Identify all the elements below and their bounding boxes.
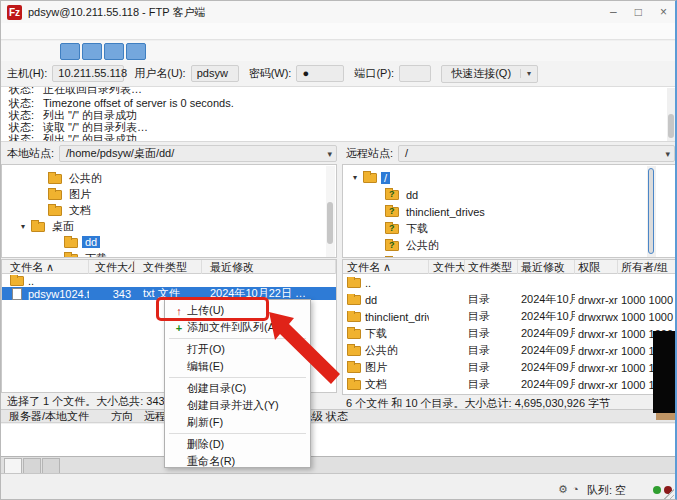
column-header-filesize[interactable]: 文件大小 bbox=[429, 260, 465, 274]
directory-compare-button[interactable] bbox=[300, 43, 320, 60]
remote-tree-item[interactable]: dd bbox=[343, 186, 677, 203]
图片[interactable]: 图片 目录 2024年09月2... drwxr-xr-x 1000 1000 bbox=[343, 359, 677, 376]
tree-item-label: thinclient_drives bbox=[403, 206, 488, 218]
menu-item-label: 创建目录(C) bbox=[187, 381, 246, 396]
queue-column-header[interactable]: 方向 bbox=[111, 410, 133, 423]
title-bar: Fz pdsyw@10.211.55.118 - FTP 客户端 – □ × bbox=[1, 1, 675, 23]
remote-site-label: 远程站点: bbox=[346, 146, 393, 161]
menu-file[interactable] bbox=[6, 30, 22, 32]
remote-tree-pane: ▾ / dd thinclient_drives 下载 bbox=[342, 164, 677, 258]
cancel-button[interactable] bbox=[202, 43, 222, 60]
remote-tree-item[interactable]: 公共的 bbox=[343, 237, 677, 254]
process-queue-button[interactable] bbox=[180, 43, 200, 60]
remote-tree-item[interactable]: 下载 bbox=[343, 220, 677, 237]
文档[interactable]: 文档 目录 2024年09月2... drwxr-xr-x 1000 1000 bbox=[343, 376, 677, 393]
column-header-filename[interactable]: 文件名 ∧ bbox=[343, 260, 429, 274]
column-header-filetype[interactable]: 文件类型 bbox=[465, 260, 518, 274]
local-tree-scrollbar[interactable] bbox=[326, 166, 335, 258]
remote-tree-item[interactable]: 图片 bbox=[343, 254, 677, 258]
local-tree-item[interactable]: 文档 bbox=[2, 202, 336, 218]
queue-clock-icon[interactable]: ◔ bbox=[572, 483, 579, 495]
column-header-filetype[interactable]: 文件类型 bbox=[135, 260, 202, 274]
menu-item-edit[interactable]: 编辑(E) bbox=[165, 358, 310, 375]
toggle-local-tree-button[interactable] bbox=[82, 43, 102, 60]
menu-item-create-directory[interactable]: 创建目录(C) bbox=[165, 380, 310, 397]
host-input[interactable]: 10.211.55.118 bbox=[52, 65, 124, 82]
tab-successful-transfers[interactable] bbox=[42, 458, 60, 473]
menu-bookmarks[interactable] bbox=[86, 30, 102, 32]
refresh-button[interactable] bbox=[158, 43, 178, 60]
menu-item-label: 删除(D) bbox=[187, 437, 224, 452]
context-menu-item[interactable] bbox=[169, 377, 306, 378]
tab-failed-transfers[interactable] bbox=[23, 458, 41, 473]
username-input[interactable]: pdsyw bbox=[191, 65, 239, 82]
port-input[interactable] bbox=[399, 65, 431, 82]
context-menu: ↑ 上传(U) + 添加文件到队列(A) 打开(O) 编辑(E) 创建目录(C) bbox=[164, 299, 311, 468]
reconnect-button[interactable] bbox=[246, 43, 266, 60]
find-files-button[interactable] bbox=[344, 43, 364, 60]
context-menu-item[interactable] bbox=[169, 338, 306, 339]
site-manager-dropdown-icon[interactable] bbox=[28, 43, 48, 60]
tree-expander-icon[interactable]: ▾ bbox=[15, 222, 31, 231]
sync-browsing-button[interactable] bbox=[322, 43, 342, 60]
local-tree-item[interactable]: ▾ 桌面 bbox=[2, 218, 336, 234]
menu-transfer[interactable] bbox=[54, 30, 70, 32]
remote-tree-item[interactable]: thinclient_drives bbox=[343, 203, 677, 220]
local-list-header: 文件名 ∧ 文件大小 文件类型 最近修改 bbox=[2, 260, 336, 274]
log-scrollbar[interactable] bbox=[667, 88, 676, 141]
log-line: 状态:列出 "/" 的目录成功 bbox=[1, 132, 137, 142]
column-header-filename[interactable]: 文件名 ∧ bbox=[2, 260, 89, 274]
menu-item-add-to-queue[interactable]: + 添加文件到队列(A) bbox=[165, 319, 310, 336]
local-tree-item[interactable]: dd bbox=[2, 234, 336, 250]
menu-help[interactable] bbox=[102, 30, 118, 32]
toggle-remote-tree-button[interactable] bbox=[104, 43, 124, 60]
column-header-modified[interactable]: 最近修改 bbox=[202, 260, 336, 274]
filter-button[interactable] bbox=[278, 43, 298, 60]
toggle-message-log-button[interactable] bbox=[60, 43, 80, 60]
local-tree-pane: 公共的 图片 文档 ▾ 桌面 dd bbox=[1, 164, 337, 258]
quickconnect-dropdown-icon[interactable]: ▾ bbox=[520, 69, 537, 78]
remote-tree-item[interactable]: ▾ / bbox=[343, 169, 677, 186]
local-tree-item[interactable]: 下载 bbox=[2, 250, 336, 258]
menu-item-rename[interactable]: 重命名(R) bbox=[165, 453, 310, 470]
remote-tree-scrollbar[interactable] bbox=[647, 166, 656, 258]
公共的[interactable]: 公共的 目录 2024年09月2... drwxr-xr-x 1000 1000 bbox=[343, 342, 677, 359]
minimize-button[interactable]: – bbox=[610, 5, 617, 19]
file-type: 目录 bbox=[465, 360, 518, 375]
column-header-owner[interactable]: 所有者/组 bbox=[618, 260, 677, 274]
menu-view[interactable] bbox=[38, 30, 54, 32]
password-input[interactable]: ● bbox=[296, 65, 344, 82]
menu-server[interactable] bbox=[70, 30, 86, 32]
menu-item-create-directory-enter[interactable]: 创建目录并进入(Y) bbox=[165, 397, 310, 414]
maximize-button[interactable]: □ bbox=[635, 5, 642, 19]
column-header-filesize[interactable]: 文件大小 bbox=[89, 260, 135, 274]
menu-item-open[interactable]: 打开(O) bbox=[165, 341, 310, 358]
settings-gear-icon[interactable]: ⚙ bbox=[558, 483, 568, 496]
menu-item-delete[interactable]: 删除(D) bbox=[165, 436, 310, 453]
remote-site-combo[interactable]: / bbox=[398, 145, 675, 162]
thinclient_drives[interactable]: thinclient_drives 目录 2024年10月1... drwxrw… bbox=[343, 308, 677, 325]
close-button[interactable]: × bbox=[660, 5, 667, 19]
dd[interactable]: dd 目录 2024年10月2... drwxr-xr-x 1000 1000 bbox=[343, 291, 677, 308]
column-header-modified[interactable]: 最近修改 bbox=[518, 260, 575, 274]
column-header-permissions[interactable]: 权限 bbox=[575, 260, 618, 274]
file-permissions: drwxrwxr-t bbox=[575, 311, 618, 323]
file-name: dd bbox=[365, 294, 377, 306]
queue-column-header[interactable]: 状态 bbox=[326, 410, 348, 423]
toggle-transfer-queue-button[interactable] bbox=[126, 43, 146, 60]
tab-queued-files[interactable] bbox=[4, 458, 22, 473]
menu-item-refresh[interactable]: 刷新(F) bbox=[165, 414, 310, 431]
quickconnect-button[interactable]: 快速连接(Q) ▾ bbox=[441, 65, 538, 83]
tree-expander-icon[interactable]: ▾ bbox=[347, 173, 363, 182]
local-tree-item[interactable]: 公共的 bbox=[2, 170, 336, 186]
site-manager-button[interactable] bbox=[6, 43, 26, 60]
..[interactable]: .. bbox=[343, 274, 677, 291]
tree-item-label: 图片 bbox=[403, 255, 431, 258]
local-tree-item[interactable]: 图片 bbox=[2, 186, 336, 202]
menu-edit[interactable] bbox=[22, 30, 38, 32]
queue-column-header[interactable]: 服务器/本地文件 bbox=[9, 410, 89, 423]
local-site-combo[interactable]: /home/pdsyw/桌面/dd/ bbox=[59, 145, 337, 162]
context-menu-item[interactable] bbox=[169, 433, 306, 434]
disconnect-button[interactable] bbox=[224, 43, 244, 60]
下载[interactable]: 下载 目录 2024年09月2... drwxr-xr-x 1000 1000 bbox=[343, 325, 677, 342]
